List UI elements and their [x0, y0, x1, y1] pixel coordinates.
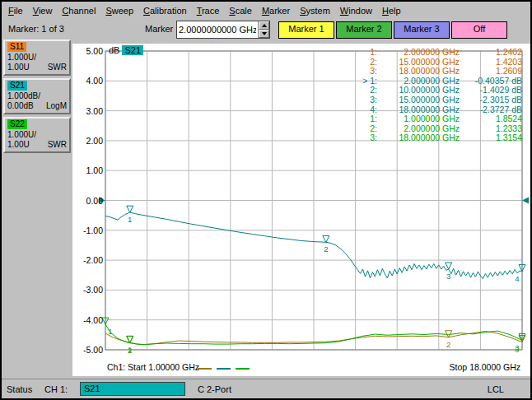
readout-cell: 3: [344, 133, 377, 143]
trace-scale: 1.000dB/ [7, 91, 67, 101]
trace-format: SWR [48, 63, 67, 72]
trace-title-row: S21 [7, 81, 67, 91]
readout-cell: 1.3154 [460, 133, 522, 143]
y-axis-label: -3.00 [72, 285, 103, 295]
spinner-up-button[interactable] [259, 21, 269, 30]
y-axis-label: -5.00 [72, 345, 103, 355]
frequency-spinner [258, 21, 269, 38]
trace-ref-row: 1.00USWR [7, 63, 67, 72]
readout-cell: 2.000000 GHz [377, 48, 460, 58]
active-trace-label: dBS21 [109, 45, 143, 55]
y-axis-label: 0.00 [72, 196, 103, 206]
trace-title-row: S22 [7, 119, 67, 130]
trace-measurement-badge: S21 [122, 45, 143, 55]
y-axis-label: 4.00 [72, 76, 103, 86]
trace-panel-s22[interactable]: S221.000U/1.00USWR [3, 117, 71, 153]
trace-panel-s21[interactable]: S211.000dB/0.00dBLogM [3, 78, 71, 114]
toolbar-button-off[interactable]: Off [451, 21, 507, 39]
status-measurement-box[interactable]: S21 [80, 382, 185, 396]
trace-ref: 1.00U [7, 63, 30, 72]
trace-title-row: S11 [7, 42, 67, 53]
status-bar: Status CH 1: S21 C 2-Port LCL [2, 379, 530, 399]
marker-number-s21-3: 3 [446, 272, 450, 281]
y-axis-label: -1.00 [72, 226, 103, 235]
marker-frequency-input[interactable] [177, 21, 258, 38]
spinner-down-button[interactable] [259, 30, 269, 38]
menu-scale[interactable]: Scale [224, 4, 257, 17]
menu-calibration[interactable]: Calibration [138, 4, 192, 17]
toolbar-button-marker-1[interactable]: Marker 1 [278, 21, 334, 39]
trace-title: S22 [7, 119, 27, 129]
up-arrow-icon [262, 24, 267, 27]
marker-symbol-s21-1 [127, 206, 133, 212]
readout-cell: 1.000000 GHz [377, 114, 460, 124]
trace-ref: 1.00U [7, 140, 30, 150]
marker-status-label: Marker: 1 of 3 [8, 24, 64, 34]
ref-level-indicator-right [522, 198, 529, 204]
trace-ref-row: 0.00dBLogM [7, 101, 67, 111]
readout-cell: 1: [344, 114, 377, 124]
menu-help[interactable]: Help [377, 4, 406, 17]
readout-cell: 15.000000 GHz [377, 95, 460, 105]
y-axis-label: 2.00 [72, 136, 103, 146]
cal-status-label: C 2-Port [198, 384, 231, 394]
status-label: Status [7, 384, 32, 394]
lcl-mode-label: LCL [488, 384, 504, 394]
trace-format: SWR [48, 140, 67, 150]
marker-number-s21-4: 4 [515, 274, 519, 283]
y-axis-label: -2.00 [72, 255, 103, 265]
menu-trace[interactable]: Trace [192, 4, 225, 17]
readout-cell: -2.3015 dB [460, 95, 522, 105]
trace-scale: 1.000U/ [7, 130, 67, 140]
menu-view[interactable]: View [28, 4, 58, 17]
trace-format: LogM [46, 101, 67, 111]
menu-window[interactable]: Window [335, 4, 377, 17]
marker-name-label: Marker 1 [145, 24, 180, 34]
menu-bar: FileViewChannelSweepCalibrationTraceScal… [2, 2, 532, 19]
toolbar-button-marker-2[interactable]: Marker 2 [336, 21, 392, 39]
marker-number-s11-2: 2 [446, 340, 450, 349]
trace-ref-row: 1.00USWR [7, 140, 67, 150]
y-axis-label: 1.00 [72, 165, 103, 175]
marker-symbol-s21-2 [323, 235, 329, 242]
readout-cell: 18.000000 GHz [377, 133, 460, 143]
trace-scale: 1.000U/ [7, 53, 67, 63]
y-axis-label: 5.00 [72, 46, 103, 56]
menu-channel[interactable]: Channel [57, 4, 100, 17]
menu-sweep[interactable]: Sweep [100, 4, 138, 17]
marker-number-s21-1: 1 [128, 215, 132, 224]
y-axis-label: -4.00 [72, 315, 103, 325]
trace-panel-s11[interactable]: S111.000U/1.00USWR [3, 40, 71, 76]
menu-system[interactable]: System [295, 4, 335, 17]
down-arrow-icon [262, 32, 267, 35]
marker-readout: 1:2.000000 GHz1.24022:15.000000 GHz1.420… [344, 48, 522, 143]
toolbar-button-marker-3[interactable]: Marker 3 [394, 21, 450, 39]
trace-ref: 0.00dB [7, 101, 34, 111]
marker-symbol-s21-3 [446, 263, 452, 269]
sweep-stop-label: Stop 18.0000 GHz [450, 362, 520, 372]
menu-file[interactable]: File [3, 4, 28, 17]
marker-number-s22-1: 1 [108, 327, 112, 336]
readout-cell: 3: [344, 95, 377, 105]
readout-cell: 1.8524 [460, 114, 522, 124]
trace-unit-label: dB [109, 45, 119, 55]
marker-frequency-box [176, 21, 270, 39]
marker-number-s21-2: 2 [324, 244, 328, 253]
trace-title: S21 [7, 81, 27, 91]
sweep-start-label: Ch1: Start 1.00000 GHz [107, 362, 199, 372]
toolbar: Marker: 1 of 3 Marker 1 Marker 1Marker 2… [2, 18, 530, 41]
menu-marker[interactable]: Marker [257, 4, 295, 17]
marker-number-s22-3: 3 [515, 343, 519, 352]
readout-cell: 1: [344, 48, 377, 58]
channel-label: CH 1: [44, 384, 68, 394]
plot-area: 1231234123 dBS21 1:2.000000 GHz1.24022:1… [72, 44, 530, 376]
trace-title: S11 [7, 42, 26, 52]
y-axis-label: 3.00 [72, 106, 103, 116]
marker-number-s22-2: 2 [128, 346, 132, 355]
trace-sidebar: S111.000U/1.00USWRS211.000dB/0.00dBLogMS… [2, 38, 72, 379]
readout-cell: 1.2402 [460, 48, 522, 58]
